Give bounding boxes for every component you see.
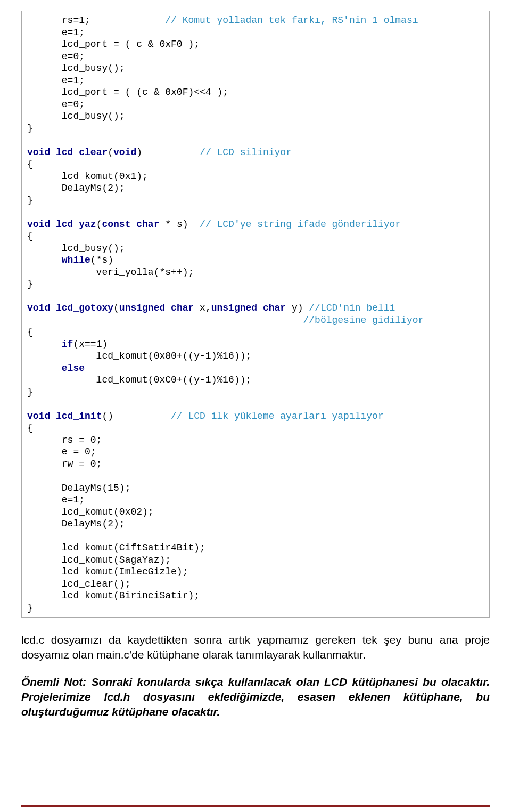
code-line xyxy=(27,363,62,373)
code-fn: lcd_clear xyxy=(50,147,108,158)
code-line: } xyxy=(27,195,33,206)
code-line: rs = 0; xyxy=(27,435,102,445)
code-line: lcd_komut(0xC0+((y-1)%16)); xyxy=(27,375,251,385)
code-fn: lcd_gotoxy xyxy=(50,303,113,313)
code-line xyxy=(27,339,62,350)
code-line: y) xyxy=(286,303,309,313)
code-kw: const char xyxy=(102,219,159,230)
code-line: (x==1) xyxy=(73,339,108,350)
code-line: rs=1; xyxy=(27,15,165,26)
code-kw: unsigned char xyxy=(119,303,194,313)
code-line: rw = 0; xyxy=(27,459,102,469)
code-line: ) xyxy=(136,147,200,158)
code-line: ( xyxy=(108,147,113,158)
code-line: lcd_busy(); xyxy=(27,111,125,121)
code-line: DelayMs(2); xyxy=(27,183,125,193)
footer-divider xyxy=(21,805,490,808)
code-comment: //bölgesine gidiliyor xyxy=(27,315,424,326)
code-line: lcd_komut(0x1); xyxy=(27,171,148,182)
code-line: DelayMs(2); xyxy=(27,518,125,529)
code-line: } xyxy=(27,123,33,134)
code-line: x, xyxy=(194,303,211,313)
code-line: lcd_komut(0x80+((y-1)%16)); xyxy=(27,351,251,361)
code-kw: void xyxy=(27,147,50,158)
code-line: { xyxy=(27,159,33,169)
code-kw: void xyxy=(27,219,50,230)
code-line: } xyxy=(27,603,33,613)
code-kw: while xyxy=(62,255,90,265)
code-kw: void xyxy=(27,411,50,421)
code-line: e=1; xyxy=(27,494,85,505)
code-line: { xyxy=(27,423,33,433)
code-line: lcd_busy(); xyxy=(27,63,125,74)
code-line: lcd_port = ( (c & 0x0F)<<4 ); xyxy=(27,87,228,98)
code-line: e=1; xyxy=(27,27,85,38)
code-line: * s) xyxy=(159,219,200,230)
code-line: lcd_komut(ImlecGizle); xyxy=(27,566,188,577)
code-line: } xyxy=(27,387,33,397)
code-kw: void xyxy=(27,303,50,313)
code-line: e=0; xyxy=(27,99,85,110)
code-line: veri_yolla(*s++); xyxy=(27,267,194,278)
code-line: e=1; xyxy=(27,75,85,86)
code-comment: // LCD ilk yükleme ayarları yapılıyor xyxy=(171,411,384,421)
code-kw: void xyxy=(113,147,136,158)
code-line: lcd_port = ( c & 0xF0 ); xyxy=(27,39,200,50)
code-line: lcd_busy(); xyxy=(27,243,125,254)
code-kw: if xyxy=(62,339,73,350)
code-line: { xyxy=(27,231,33,241)
code-comment: // LCD'ye string ifade gönderiliyor xyxy=(200,219,401,230)
code-line: lcd_komut(BirinciSatir); xyxy=(27,590,200,601)
code-line: } xyxy=(27,279,33,289)
code-line: DelayMs(15); xyxy=(27,483,130,493)
code-kw: unsigned char xyxy=(211,303,286,313)
code-line: lcd_komut(0x02); xyxy=(27,507,154,517)
code-fn: lcd_yaz xyxy=(50,219,96,230)
code-block: rs=1; // Komut yolladan tek farkı, RS'ni… xyxy=(21,11,490,618)
code-line: (*s) xyxy=(90,255,113,265)
code-comment: //LCD'nin belli xyxy=(309,303,395,313)
code-line xyxy=(27,255,62,265)
code-line: e=0; xyxy=(27,51,85,62)
paragraph-note: Önemli Not: Sonraki konularda sıkça kull… xyxy=(21,675,490,720)
code-line: ( xyxy=(113,303,119,313)
code-comment: // LCD siliniyor xyxy=(200,147,292,158)
code-line: lcd_clear(); xyxy=(27,579,130,589)
code-line: () xyxy=(102,411,171,421)
code-line: lcd_komut(SagaYaz); xyxy=(27,555,171,565)
code-line: ( xyxy=(96,219,102,230)
code-comment: // Komut yolladan tek farkı, RS'nin 1 ol… xyxy=(165,15,418,26)
code-line: lcd_komut(CiftSatir4Bit); xyxy=(27,542,205,553)
code-fn: lcd_init xyxy=(50,411,102,421)
code-kw: else xyxy=(62,363,85,373)
paragraph-1: lcd.c dosyamızı da kaydettikten sonra ar… xyxy=(21,632,490,663)
footer: FxDev.org Sayfa 6 xyxy=(21,805,490,812)
code-line: e = 0; xyxy=(27,446,96,457)
code-line: { xyxy=(27,327,33,337)
